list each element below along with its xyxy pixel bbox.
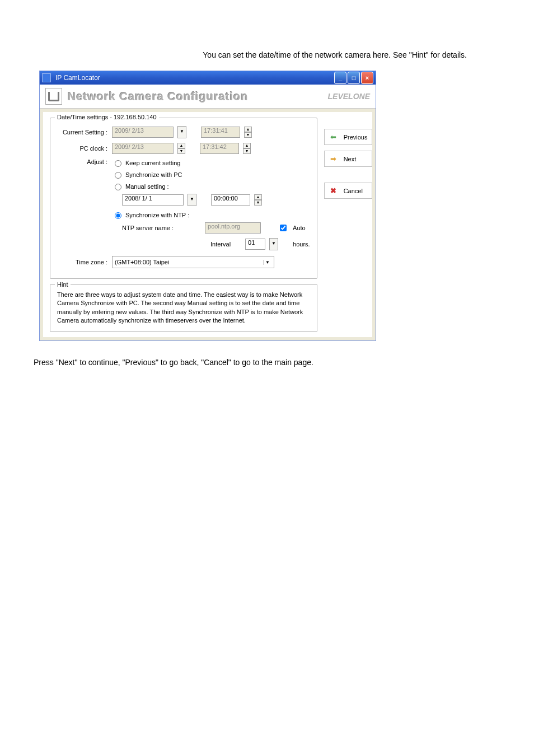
timezone-label: Time zone : [57, 259, 107, 265]
cancel-button-label: Cancel [344, 188, 363, 194]
radio-manual[interactable] [115, 184, 121, 190]
window-controls: _ □ × [334, 72, 373, 84]
dropdown-icon[interactable]: ▼ [269, 238, 278, 250]
pc-time-field: 17:31:42 [200, 143, 239, 154]
current-time-field: 17:31:41 [201, 127, 240, 138]
ntp-server-field: pool.ntp.org [205, 222, 261, 234]
window-title: IP CamLocator [53, 74, 334, 82]
minimize-button[interactable]: _ [334, 72, 346, 84]
hours-label: hours. [293, 241, 310, 248]
interval-label: Interval [210, 241, 231, 248]
radio-sync-ntp-label: Synchronize with NTP : [125, 212, 189, 218]
timezone-value: (GMT+08:00) Taipei [115, 259, 169, 265]
arrow-left-icon: ⬅ [329, 133, 338, 141]
intro-text: You can set the date/time of the network… [34, 50, 500, 59]
instruction-text: Press "Next" to continue, "Previous" to … [34, 358, 500, 367]
next-button[interactable]: ➡ Next [324, 151, 373, 167]
radio-sync-pc-label: Synchronize with PC [125, 171, 182, 178]
hint-box: Hint There are three ways to adjust syst… [50, 284, 317, 332]
manual-time-field[interactable]: 00:00:00 [211, 194, 250, 206]
radio-manual-label: Manual setting : [125, 183, 169, 190]
close-button[interactable]: × [361, 72, 373, 84]
current-setting-label: Current Setting : [57, 129, 107, 136]
pc-clock-label: PC clock : [57, 145, 107, 152]
pc-date-field: 2009/ 2/13 [112, 143, 174, 154]
spinner-icon: ▲▼ [243, 143, 251, 154]
hint-legend: Hint [55, 281, 71, 289]
auto-checkbox[interactable] [280, 225, 287, 231]
cancel-button[interactable]: ✖ Cancel [324, 183, 373, 199]
titlebar: IP CamLocator _ □ × [40, 71, 376, 85]
previous-button[interactable]: ⬅ Previous [324, 129, 373, 145]
app-header: Network Camera Configuration LEVELONE [40, 85, 376, 109]
brand-label: LEVELONE [328, 92, 370, 101]
dropdown-icon: ▼ [177, 126, 186, 138]
timezone-select[interactable]: (GMT+08:00) Taipei ▼ [112, 256, 274, 268]
current-date-field: 2009/ 2/13 [112, 127, 174, 138]
maximize-button[interactable]: □ [348, 72, 360, 84]
spinner-icon: ▲▼ [244, 127, 252, 138]
manual-date-field[interactable]: 2008/ 1/ 1 [122, 194, 184, 206]
dropdown-icon[interactable]: ▼ [188, 194, 196, 206]
hint-text: There are three ways to adjust system da… [57, 291, 310, 325]
radio-keep-current[interactable] [115, 160, 121, 167]
spinner-icon: ▲▼ [177, 143, 185, 154]
arrow-right-icon: ➡ [329, 155, 338, 163]
header-title: Network Camera Configuration [68, 90, 322, 103]
close-icon: ✖ [329, 186, 338, 195]
auto-checkbox-label: Auto [293, 225, 306, 231]
ntp-server-name-label: NTP server name : [122, 225, 174, 231]
previous-button-label: Previous [344, 134, 368, 141]
groupbox-legend: Date/Time settings - 192.168.50.140 [55, 114, 159, 120]
spinner-icon[interactable]: ▲▼ [254, 194, 262, 206]
radio-sync-pc[interactable] [115, 172, 121, 179]
radio-keep-label: Keep current setting [125, 160, 180, 166]
logo-icon [45, 88, 62, 105]
datetime-groupbox: Date/Time settings - 192.168.50.140 Curr… [50, 118, 317, 279]
interval-select[interactable]: 01 [245, 239, 265, 250]
app-window: IP CamLocator _ □ × Network Camera Confi… [39, 71, 376, 341]
app-icon [42, 73, 51, 82]
dropdown-icon: ▼ [263, 260, 271, 265]
radio-sync-ntp[interactable] [115, 212, 121, 219]
next-button-label: Next [344, 156, 357, 162]
adjust-label: Adjust : [57, 158, 107, 165]
